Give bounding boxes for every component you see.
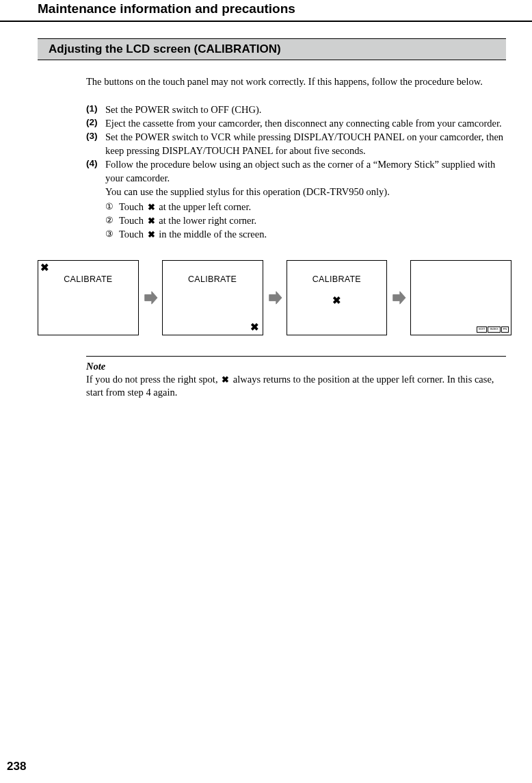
sub-post: at the upper left corner. bbox=[157, 201, 252, 212]
step-4: (4) Follow the procedure below using an … bbox=[86, 157, 506, 241]
x-icon: ✖ bbox=[332, 296, 341, 306]
note-label: Note bbox=[86, 361, 506, 372]
calibration-diagram: CALIBRATE ✖ CALIBRATE ✖ CALIBRATE ✖ EDIT… bbox=[38, 260, 511, 335]
x-icon: ✖ bbox=[146, 215, 157, 227]
circled-3-icon: ③ bbox=[105, 228, 119, 240]
screen-3: CALIBRATE ✖ bbox=[287, 260, 388, 335]
screen-4-final: EDIT INDEX FN bbox=[410, 260, 511, 335]
note-pre: If you do not press the right spot, bbox=[86, 374, 220, 385]
x-icon: ✖ bbox=[146, 229, 157, 241]
x-icon: ✖ bbox=[250, 322, 259, 333]
sub-pre: Touch bbox=[119, 201, 146, 212]
fn-button-icon: FN bbox=[501, 326, 509, 333]
step-number: (2) bbox=[86, 116, 105, 130]
note-body: If you do not press the right spot, ✖ al… bbox=[86, 373, 506, 400]
screen-label: CALIBRATE bbox=[38, 274, 138, 284]
sub-post: at the lower right corner. bbox=[157, 215, 257, 226]
intro-paragraph: The buttons on the touch panel may not w… bbox=[86, 75, 505, 89]
final-screen-buttons: EDIT INDEX FN bbox=[477, 326, 509, 333]
arrow-right-icon bbox=[391, 290, 406, 305]
substeps: ① Touch ✖ at the upper left corner. ② To… bbox=[105, 200, 506, 241]
note-section: Note If you do not press the right spot,… bbox=[86, 356, 506, 400]
procedure-steps: (1) Set the POWER switch to OFF (CHG). (… bbox=[86, 103, 506, 241]
substep-text: Touch ✖ at the lower right corner. bbox=[119, 214, 256, 227]
circled-1-icon: ① bbox=[105, 201, 119, 213]
substep-3: ③ Touch ✖ in the middle of the screen. bbox=[105, 227, 506, 241]
sub-post: in the middle of the screen. bbox=[157, 229, 267, 240]
step-3: (3) Set the POWER switch to VCR while pr… bbox=[86, 130, 506, 157]
screen-2: CALIBRATE ✖ bbox=[162, 260, 263, 335]
substep-text: Touch ✖ at the upper left corner. bbox=[119, 200, 251, 214]
x-icon: ✖ bbox=[220, 374, 230, 386]
header-text: Maintenance information and precautions bbox=[38, 1, 295, 16]
page-header: Maintenance information and precautions bbox=[0, 1, 532, 22]
sub-pre: Touch bbox=[119, 215, 146, 226]
index-button-icon: INDEX bbox=[488, 326, 500, 333]
circled-2-icon: ② bbox=[105, 214, 119, 227]
arrow-right-icon bbox=[267, 290, 282, 305]
step-4-text: Follow the procedure below using an obje… bbox=[105, 159, 495, 183]
page-number: 238 bbox=[7, 760, 26, 773]
substep-2: ② Touch ✖ at the lower right corner. bbox=[105, 214, 506, 227]
screen-1: CALIBRATE ✖ bbox=[38, 260, 139, 335]
arrow-right-icon bbox=[143, 290, 158, 305]
step-number: (3) bbox=[86, 130, 105, 157]
step-2: (2) Eject the cassette from your camcord… bbox=[86, 116, 506, 130]
sub-pre: Touch bbox=[119, 229, 146, 240]
step-number: (4) bbox=[86, 157, 105, 241]
x-icon: ✖ bbox=[146, 201, 157, 214]
step-1: (1) Set the POWER switch to OFF (CHG). bbox=[86, 103, 506, 116]
step-body: Set the POWER switch to VCR while pressi… bbox=[105, 130, 506, 157]
step-4-extra: You can use the supplied stylus for this… bbox=[105, 186, 390, 197]
section-heading: Adjusting the LCD screen (CALIBRATION) bbox=[49, 42, 281, 55]
step-body: Eject the cassette from your camcorder, … bbox=[105, 116, 506, 130]
step-body: Set the POWER switch to OFF (CHG). bbox=[105, 103, 506, 116]
screen-label: CALIBRATE bbox=[163, 274, 263, 284]
substep-text: Touch ✖ in the middle of the screen. bbox=[119, 227, 267, 241]
section-heading-bar: Adjusting the LCD screen (CALIBRATION) bbox=[38, 38, 506, 60]
step-body: Follow the procedure below using an obje… bbox=[105, 157, 506, 241]
x-icon: ✖ bbox=[40, 263, 49, 273]
substep-1: ① Touch ✖ at the upper left corner. bbox=[105, 200, 506, 214]
screen-label: CALIBRATE bbox=[287, 274, 387, 284]
edit-button-icon: EDIT bbox=[477, 326, 487, 333]
step-number: (1) bbox=[86, 103, 105, 116]
